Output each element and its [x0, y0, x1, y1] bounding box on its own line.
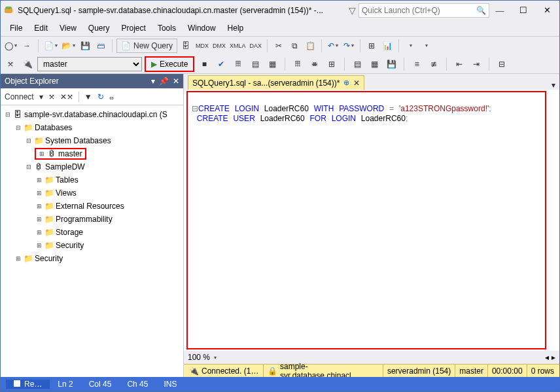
xmla-query-icon[interactable]: XMLA — [228, 39, 247, 53]
uncomment-button[interactable]: ≢ — [427, 57, 441, 71]
row-count: 0 rows — [531, 366, 554, 376]
folder-icon: 📁 — [44, 228, 54, 237]
connection-icon[interactable]: ⤧ — [3, 57, 18, 71]
cut-button[interactable]: ✂ — [271, 39, 286, 53]
system-databases-node[interactable]: System Databases — [44, 136, 113, 145]
database-selector[interactable]: master — [37, 57, 142, 71]
quick-launch-input[interactable] — [359, 3, 489, 18]
char-indicator: Ch 45 — [119, 380, 156, 389]
database-icon: 🛢 — [33, 162, 44, 171]
menu-file[interactable]: File — [5, 22, 27, 34]
dropdown-icon[interactable]: ▾ — [151, 77, 155, 86]
external-resources-node[interactable]: External Resources — [54, 202, 126, 211]
close-button[interactable]: ✕ — [537, 3, 557, 18]
db-engine-query-icon[interactable]: 🗄 — [179, 39, 193, 53]
editor-tab[interactable]: SQLQuery1.sql - sa...(serveradmin (154))… — [188, 75, 364, 90]
solution-configs-dropdown[interactable]: ▾ — [403, 39, 417, 53]
client-stats-button[interactable]: ⊞ — [324, 57, 339, 71]
results-file-button[interactable]: 💾 — [384, 57, 398, 71]
object-explorer-panel: Object Explorer ▾ 📌 ✕ Connect ▾ ⤧ ✕⤧ ▼ ↻… — [1, 74, 184, 377]
display-plan-button[interactable]: 𝄜 — [231, 57, 245, 71]
folder-icon: 📁 — [33, 136, 44, 145]
search-icon[interactable]: 🔍 — [476, 6, 486, 15]
execute-button[interactable]: ▶ Execute — [145, 56, 194, 72]
parse-button[interactable]: ✔ — [214, 57, 228, 71]
stop-button[interactable]: ■ — [197, 57, 211, 71]
menu-view[interactable]: View — [54, 22, 82, 34]
save-button[interactable]: 💾 — [78, 39, 92, 53]
query-options-button[interactable]: ▤ — [248, 57, 262, 71]
views-node[interactable]: Views — [54, 188, 78, 198]
results-text-button[interactable]: ▤ — [350, 57, 364, 71]
menu-project[interactable]: Project — [116, 22, 151, 34]
navigate-back-button[interactable]: ◯▾ — [3, 39, 18, 53]
zoom-dropdown-icon[interactable]: ▾ — [213, 355, 217, 361]
menu-edit[interactable]: Edit — [29, 22, 53, 34]
svg-rect-1 — [5, 7, 12, 9]
menu-query[interactable]: Query — [83, 22, 115, 34]
close-tab-icon[interactable]: ✕ — [353, 79, 360, 88]
copy-button[interactable]: ⧉ — [287, 39, 302, 53]
tables-node[interactable]: Tables — [54, 175, 80, 185]
redo-button[interactable]: ↷▾ — [341, 39, 356, 53]
server-node[interactable]: sample-svr.database.chinacloudapi.cn (S — [23, 110, 169, 119]
live-stats-button[interactable]: ⩩ — [307, 57, 322, 71]
folder-icon: 📁 — [23, 254, 33, 263]
folder-icon: 📁 — [44, 202, 54, 211]
decrease-indent-button[interactable]: ⇤ — [452, 57, 466, 71]
dax-query-icon[interactable]: DAX — [249, 39, 264, 53]
security-node[interactable]: Security — [33, 254, 64, 263]
folder-icon: 📁 — [44, 241, 54, 250]
scroll-right-icon[interactable]: ▸ — [551, 353, 555, 362]
paste-button[interactable]: 📋 — [303, 39, 317, 53]
sampledw-node[interactable]: SampleDW — [44, 162, 86, 171]
connection-status: Connected. (1… — [201, 366, 258, 376]
close-panel-icon[interactable]: ✕ — [173, 77, 179, 86]
increase-indent-button[interactable]: ⇥ — [469, 57, 483, 71]
new-query-button[interactable]: 📄 New Query — [116, 39, 177, 53]
navigate-fwd-button[interactable]: → — [20, 39, 34, 53]
save-all-button[interactable]: 🗃 — [94, 39, 108, 53]
menu-window[interactable]: Window — [183, 22, 221, 34]
undo-button[interactable]: ↶▾ — [326, 39, 340, 53]
menu-help[interactable]: Help — [222, 22, 249, 34]
activity-icon[interactable]: ⏛ — [109, 92, 114, 101]
include-plan-button[interactable]: 𝄜 — [290, 57, 305, 71]
attach-icon[interactable]: ⤧ — [48, 92, 55, 101]
comment-button[interactable]: ≡ — [410, 57, 424, 71]
tabs-dropdown-icon[interactable]: ▾ — [548, 80, 559, 90]
object-tree[interactable]: ⊟🗄sample-svr.database.chinacloudapi.cn (… — [1, 105, 183, 377]
refresh-icon[interactable]: ↻ — [97, 92, 104, 101]
mdx-query-icon[interactable]: MDX — [194, 39, 210, 53]
specify-values-button[interactable]: ⊟ — [495, 57, 509, 71]
open-button[interactable]: 📂▾ — [60, 39, 77, 53]
maximize-button[interactable]: ☐ — [514, 3, 533, 18]
change-connection-icon[interactable]: 🔌 — [20, 57, 35, 71]
master-node[interactable]: master — [57, 149, 84, 158]
results-grid-button[interactable]: ▦ — [367, 57, 381, 71]
properties-button[interactable]: ⊞ — [364, 39, 379, 53]
db-security-node[interactable]: Security — [54, 241, 85, 250]
plug-icon: 🔌 — [189, 366, 199, 376]
intellisense-button[interactable]: ▦ — [265, 57, 279, 71]
minimize-button[interactable]: — — [490, 3, 510, 18]
pin-icon[interactable]: ⊕ — [343, 79, 349, 87]
window-title: SQLQuery1.sql - sample-svr.database.chin… — [18, 6, 345, 15]
activity-monitor-button[interactable]: 📊 — [380, 39, 394, 53]
user-name: serveradmin (154) — [387, 366, 451, 376]
new-item-button[interactable]: 📄▾ — [43, 39, 59, 53]
zoom-level[interactable]: 100 % — [188, 353, 210, 362]
menu-tools[interactable]: Tools — [152, 22, 181, 34]
scroll-left-icon[interactable]: ◂ — [545, 353, 549, 362]
programmability-node[interactable]: Programmability — [54, 215, 114, 224]
standard-toolbar: ◯▾ → 📄▾ 📂▾ 💾 🗃 📄 New Query 🗄 MDX DMX XML… — [1, 36, 559, 54]
filter-icon[interactable]: ▼ — [84, 92, 92, 101]
databases-node[interactable]: Databases — [33, 123, 73, 132]
sql-editor[interactable]: ⊟CREATE LOGIN LoaderRC60 WITH PASSWORD =… — [186, 91, 546, 349]
pin-icon[interactable]: 📌 — [159, 77, 169, 86]
disconnect-icon[interactable]: ✕⤧ — [60, 92, 73, 101]
solution-platforms-dropdown[interactable]: ▾ — [419, 39, 433, 53]
dmx-query-icon[interactable]: DMX — [211, 39, 227, 53]
play-icon: ▶ — [151, 60, 157, 69]
storage-node[interactable]: Storage — [54, 228, 84, 237]
